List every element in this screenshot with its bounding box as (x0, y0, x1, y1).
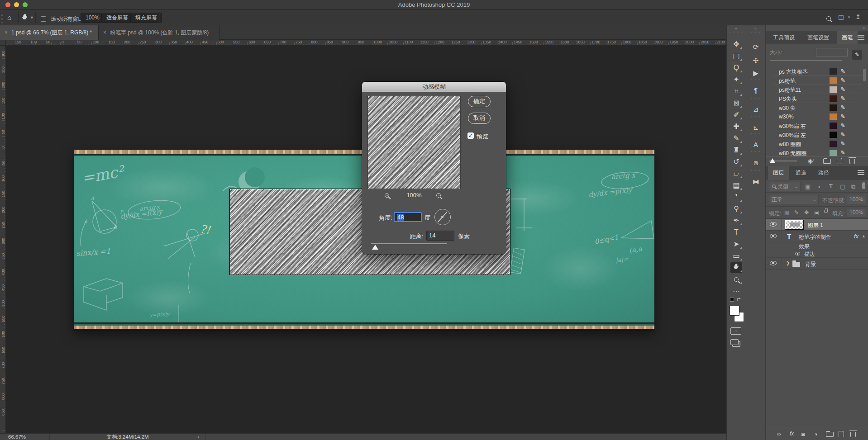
path-select-tool[interactable]: ➤ (730, 239, 742, 250)
panel-menu-icon[interactable] (858, 35, 864, 40)
chevron-down-icon[interactable]: ▼ (30, 15, 34, 20)
new-brush-group-icon[interactable] (823, 159, 831, 165)
dock-grip[interactable] (750, 116, 762, 117)
link-layers-icon[interactable]: ∞ (777, 431, 781, 437)
status-chevron-icon[interactable]: › (197, 434, 199, 440)
visibility-toggle[interactable] (770, 222, 777, 228)
rectangle-tool[interactable]: ▭ (730, 251, 742, 261)
fit-screen-button[interactable]: 适合屏幕 (101, 13, 133, 23)
filter-toggle-pin[interactable] (862, 182, 865, 189)
brush-tool[interactable]: ✎ (730, 133, 742, 144)
layer-filter-select[interactable]: 类型⌄ (769, 182, 801, 191)
quick-mask-icon[interactable]: ◌ (730, 327, 741, 335)
scroll-all-windows-checkbox[interactable]: 滚动所有窗口 (41, 14, 83, 23)
adjustment-layer-icon[interactable]: ◑ (814, 431, 817, 437)
share-icon[interactable]: ↥ (855, 13, 861, 20)
fill-screen-button[interactable]: 填充屏幕 (130, 13, 162, 23)
delete-brush-icon[interactable] (849, 157, 855, 166)
ok-button[interactable]: 确定 (468, 96, 491, 107)
eyedropper-tool[interactable]: ✐ (730, 109, 742, 120)
distance-slider-track[interactable] (371, 243, 447, 244)
layer-row-text[interactable]: T粉笔字的制作fx▲ (766, 231, 868, 242)
filter-type-icon[interactable]: T (829, 183, 833, 189)
document-info[interactable]: 文档:3.24M/14.2M › (50, 434, 206, 440)
collapse-fx-icon[interactable]: ▲ (862, 234, 866, 238)
brush-preview-icon[interactable]: ◉∕ (808, 158, 813, 164)
dock-grip[interactable] (750, 32, 762, 33)
tab-工具预设[interactable]: 工具预设 (768, 31, 800, 44)
brush-item[interactable]: w30 尖✎ (773, 103, 862, 112)
tab-close-icon[interactable]: × (5, 29, 8, 36)
eye-icon[interactable] (770, 261, 777, 265)
brush-item[interactable]: w80 无圈圈✎ (773, 148, 862, 156)
filter-shape-icon[interactable]: ▢ (840, 183, 845, 190)
healing-brush-tool[interactable]: ✚ (730, 121, 742, 132)
layer-row-group[interactable]: ❯背景 (766, 258, 868, 270)
dodge-tool[interactable]: ⚲ (730, 203, 742, 214)
fill-select[interactable]: 100%⌄ (847, 208, 866, 218)
visibility-toggle[interactable] (770, 233, 777, 240)
search-icon[interactable] (826, 14, 831, 23)
chevron-down-icon[interactable]: ▼ (847, 15, 851, 19)
cancel-button[interactable]: 取消 (468, 113, 491, 124)
zoom-percentage[interactable]: 66.67% (0, 434, 50, 440)
brush-item[interactable]: w30%扁 右✎ (773, 121, 862, 130)
brush-item[interactable]: w30%✎ (773, 112, 862, 121)
screen-mode-icon[interactable] (730, 339, 739, 345)
tab-画笔[interactable]: 画笔 (837, 31, 858, 44)
libraries-panel-icon[interactable]: ⧓ (750, 176, 762, 187)
layer-row-effects[interactable]: 效果 (766, 242, 868, 250)
tab-通道[interactable]: 通道 (791, 166, 811, 180)
paragraph-panel-icon[interactable]: ¶ (750, 85, 762, 96)
pen-tool[interactable]: ✒ (730, 215, 742, 226)
preview-checkbox[interactable]: ✓ (467, 132, 474, 139)
expand-group-icon[interactable]: ❯ (786, 260, 790, 265)
history-panel-icon[interactable]: ⟳ (750, 42, 762, 52)
edit-toolbar[interactable]: ⋯ (730, 286, 742, 297)
distance-slider-thumb[interactable] (372, 245, 378, 250)
vertical-ruler[interactable]: 3002502001501005005010015020025030035040… (0, 46, 6, 433)
expand-dock-icon[interactable]: » (863, 26, 865, 30)
dock-grip[interactable] (750, 151, 762, 152)
tab-close-icon[interactable]: × (103, 29, 106, 36)
new-group-icon[interactable] (826, 432, 834, 438)
gradient-tool[interactable]: ▤ (730, 180, 742, 191)
frame-tool[interactable]: ⊠ (730, 98, 742, 109)
new-brush-icon[interactable] (837, 158, 842, 166)
dock-grip[interactable] (750, 133, 762, 134)
visibility-toggle[interactable] (770, 260, 777, 267)
filter-smartobject-icon[interactable]: ⧉ (851, 183, 855, 190)
add-mask-icon[interactable]: ◙ (801, 431, 805, 437)
brush-size-input[interactable] (816, 48, 848, 57)
blend-mode-select[interactable]: 正常⌄ (769, 195, 819, 204)
foreground-color-swatch[interactable] (730, 306, 739, 316)
checkbox-box[interactable] (41, 16, 46, 22)
tab-画笔设置[interactable]: 画笔设置 (802, 31, 834, 44)
eye-icon[interactable] (770, 234, 777, 238)
zoom-tool[interactable] (730, 274, 742, 285)
lock-pixels-icon[interactable]: ✎ (794, 209, 799, 216)
move-tool[interactable]: ✥ (730, 39, 742, 50)
crop-panel-icon[interactable]: ⊾ (750, 122, 762, 133)
brush-size-slider[interactable] (770, 60, 842, 61)
layer-row-pixel[interactable]: 图层 1 (766, 219, 868, 231)
angle-input[interactable]: 48 (394, 212, 422, 222)
layer-style-icon[interactable]: fx (790, 431, 794, 437)
dock-grip[interactable] (730, 32, 742, 33)
panel-menu-icon[interactable] (858, 170, 864, 175)
angle-dial[interactable] (434, 209, 451, 225)
zoom-in-icon[interactable]: + (436, 193, 441, 198)
lock-artboard-icon[interactable]: ▣ (814, 209, 819, 216)
crop-tool[interactable]: ⌗ (730, 86, 742, 97)
brush-item[interactable]: w30%扁 左✎ (773, 130, 862, 139)
filter-preview-thumbnail[interactable] (367, 96, 461, 189)
threed-panel-icon[interactable]: ⧈ (750, 157, 762, 168)
collapse-dock-icon[interactable]: « (746, 26, 765, 31)
lock-position-icon[interactable]: ✥ (804, 209, 809, 216)
brush-item[interactable]: ps 方块根茎✎ (773, 67, 862, 76)
zoom-100-button[interactable]: 100% (81, 13, 105, 23)
new-layer-icon[interactable] (839, 431, 844, 439)
magic-wand-tool[interactable]: ✦ (730, 74, 742, 85)
layer-fx-badge[interactable]: fx (854, 233, 858, 240)
workspace-icon[interactable]: ◫ (838, 14, 844, 20)
